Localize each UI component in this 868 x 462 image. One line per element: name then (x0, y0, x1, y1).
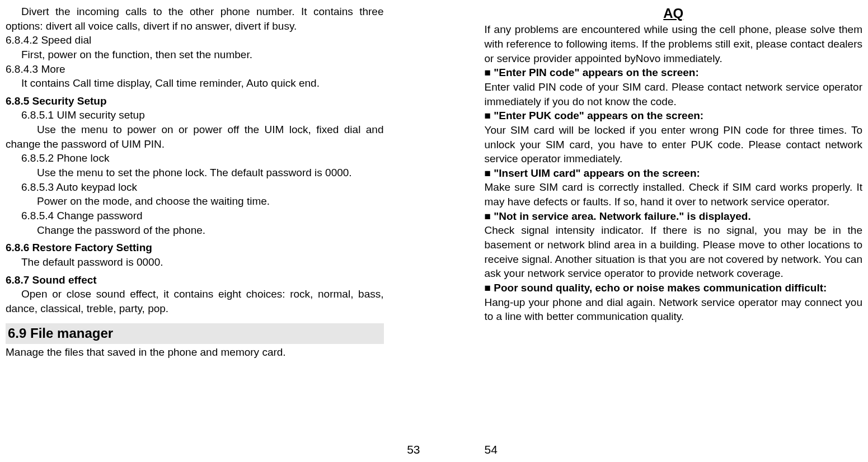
body-6-9: Manage the files that saved in the phone… (6, 345, 384, 360)
body-6-8-5-1: Use the menu to power on or power off th… (6, 122, 384, 151)
body-6-8-7: Open or close sound effect, it contains … (6, 287, 384, 315)
heading-6-8-5-2: 6.8.5.2 Phone lock (6, 151, 384, 166)
body-6-8-5-2: Use the menu to set the phone lock. The … (6, 166, 384, 180)
faq-q4-title: ■ "Not in service area. Network failure.… (485, 209, 863, 224)
body-6-8-5-3: Power on the mode, and choose the waitin… (6, 194, 384, 209)
divert-paragraph: Divert the incoming calls to the other p… (6, 4, 384, 33)
heading-6-8-7: 6.8.7 Sound effect (6, 273, 384, 287)
faq-title: AQ (485, 4, 863, 22)
right-page: AQ If any problems are encountered while… (434, 0, 869, 462)
heading-6-8-5-4: 6.8.5.4 Change password (6, 209, 384, 223)
page-spread: Divert the incoming calls to the other p… (0, 0, 868, 462)
faq-q4-body: Check signal intensity indicator. If the… (485, 223, 863, 281)
heading-6-8-4-2: 6.8.4.2 Speed dial (6, 33, 384, 48)
heading-6-8-5: 6.8.5 Security Setup (6, 94, 384, 109)
heading-6-8-4-3: 6.8.4.3 More (6, 62, 384, 77)
faq-intro: If any problems are encountered while us… (485, 22, 863, 65)
page-number-left: 53 (407, 442, 420, 458)
faq-q5-body: Hang-up your phone and dial again. Netwo… (485, 295, 863, 324)
body-6-8-5-4: Change the password of the phone. (6, 223, 384, 238)
left-page: Divert the incoming calls to the other p… (0, 0, 434, 462)
heading-6-8-6: 6.8.6 Restore Factory Setting (6, 241, 384, 255)
faq-q2-body: Your SIM card will be locked if you ente… (485, 123, 863, 166)
faq-q3-title: ■ "Insert UIM card" appears on the scree… (485, 166, 863, 181)
faq-q1-title: ■ "Enter PIN code" appears on the screen… (485, 65, 863, 80)
faq-q5-title: ■ Poor sound quality, echo or noise make… (485, 281, 863, 295)
heading-6-8-5-3: 6.8.5.3 Auto keypad lock (6, 180, 384, 195)
faq-q3-body: Make sure SIM card is correctly installe… (485, 180, 863, 209)
body-6-8-4-2: First, power on the function, then set t… (6, 48, 384, 62)
faq-q1-body: Enter valid PIN code of your SIM card. P… (485, 80, 863, 109)
heading-6-9: 6.9 File manager (6, 323, 384, 343)
body-6-8-6: The default password is 0000. (6, 255, 384, 270)
page-number-right: 54 (485, 442, 498, 458)
heading-6-8-5-1: 6.8.5.1 UIM security setup (6, 108, 384, 122)
faq-q2-title: ■ "Enter PUK code" appears on the screen… (485, 109, 863, 123)
body-6-8-4-3: It contains Call time display, Call time… (6, 76, 384, 91)
